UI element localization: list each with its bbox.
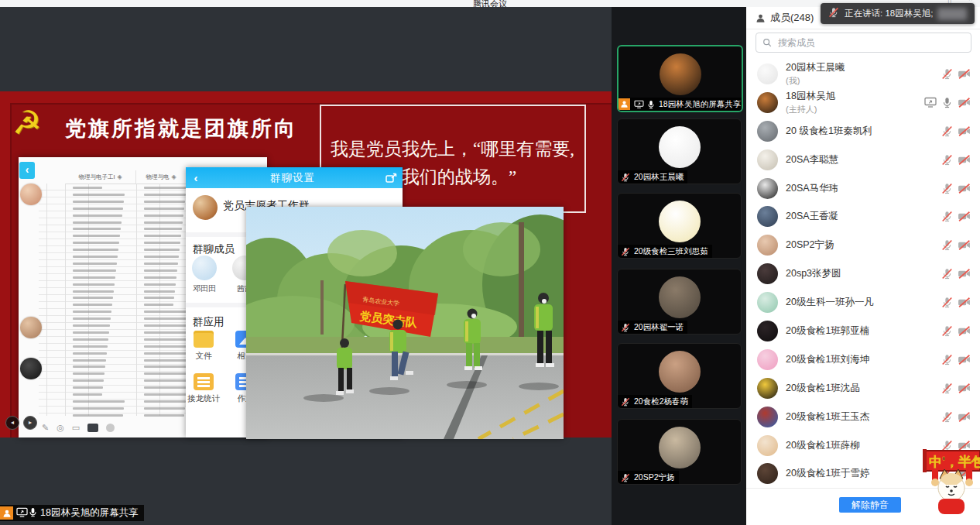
avatar (757, 407, 778, 427)
avatar[interactable] (192, 256, 217, 280)
member-row[interactable]: 20级食检1班刘海坤 (746, 345, 980, 374)
mic-off-icon (621, 173, 630, 182)
mic-off-icon (621, 473, 630, 482)
avatar (757, 92, 778, 113)
screen-share-icon (634, 100, 644, 108)
share-status-text: 18园林吴旭的屏幕共享 (40, 506, 138, 520)
avatar (757, 435, 778, 456)
mic-icon (646, 100, 656, 109)
sticker-banner-text: 中'，半包 (929, 455, 980, 469)
card-icon[interactable]: ▭ (72, 423, 80, 433)
member-row[interactable]: 20级食检1班郭亚楠 (746, 317, 980, 345)
relay-icon[interactable] (194, 373, 214, 390)
camera-off-icon (958, 211, 971, 222)
member-row[interactable]: 20 级食检1班秦凯利 (746, 117, 980, 146)
member-row[interactable]: 20SA李聪慧 (746, 146, 980, 174)
mic-off-icon (941, 383, 953, 394)
annotate-next-button[interactable]: ▸ (23, 416, 37, 430)
mic-off-icon (621, 397, 630, 407)
video-tile[interactable]: 20园林翟一诺 (617, 269, 742, 335)
mic-off-icon (941, 125, 953, 137)
member-row[interactable]: 20sp3张梦圆 (746, 259, 980, 288)
member-row[interactable]: 20级食检1班沈晶 (746, 374, 980, 403)
pencil-icon[interactable]: ✎ (42, 423, 49, 433)
unmute-button[interactable]: 解除静音 (839, 497, 901, 513)
app-label: 文件 (186, 351, 221, 362)
camera-off-icon (958, 239, 971, 251)
slide-title: 党旗所指就是团旗所向 (65, 115, 297, 142)
tile-label: 20园林翟一诺 (618, 321, 687, 334)
member-name: 20SP2宁扬 (786, 238, 941, 252)
camera-off-icon (958, 68, 971, 80)
tile-name: 20园林翟一诺 (634, 322, 684, 333)
target-icon[interactable]: ◎ (57, 423, 64, 433)
member-row[interactable]: 20SP2宁扬 (746, 231, 980, 259)
video-tile[interactable]: 20园林王晨曦 (617, 118, 742, 184)
member-row[interactable]: 20级生科一班孙一凡 (746, 288, 980, 317)
members-icon (756, 13, 766, 23)
video-tile[interactable]: 18园林吴旭的屏幕共享 (617, 45, 743, 112)
mic-off-icon (941, 183, 953, 194)
back-button[interactable]: ‹ (19, 162, 35, 179)
avatar (659, 126, 701, 168)
qq-window-header: ‹ 群聊设置 (186, 167, 403, 188)
camera-off-icon (958, 268, 971, 280)
mic-off-icon (621, 323, 630, 332)
member-list: 20园林王晨曦(我)18园林吴旭(主持人)20 级食检1班秦凯利20SA李聪慧2… (746, 60, 980, 489)
avatar (757, 149, 778, 170)
blurred-name-artifact (937, 8, 967, 20)
avatar (20, 184, 42, 205)
video-thumbnail-strip: 18园林吴旭的屏幕共享20园林王晨曦20级食检三班刘思茹20园林翟一诺20食检2… (612, 7, 745, 525)
annotate-prev-button[interactable]: ◂ (5, 416, 19, 430)
member-badge-icon (618, 98, 630, 110)
avatar (660, 53, 701, 95)
avatar (757, 206, 778, 227)
mic-off-icon (621, 247, 630, 256)
video-tile[interactable]: 20级食检三班刘思茹 (617, 193, 742, 259)
screen-share-stage: ☭ 党旗所指就是团旗所向 我是党员我先上，“哪里有需要, 哪里就是我们的战场。”… (0, 7, 612, 525)
video-tile[interactable]: 20SP2宁扬 (617, 419, 742, 485)
screen-share-icon (16, 506, 28, 520)
avatar (757, 178, 778, 199)
tile-name: 20SP2宁扬 (634, 472, 675, 483)
tile-name: 20级食检三班刘思茹 (634, 246, 708, 257)
member-name: 20级食检1班王玉杰 (786, 410, 941, 424)
member-row[interactable]: 20园林王晨曦(我) (746, 60, 980, 88)
avatar (757, 63, 778, 84)
back-icon[interactable]: ‹ (186, 171, 206, 184)
chat-bubble-icon[interactable] (87, 424, 98, 432)
camera-off-icon (958, 325, 971, 337)
group-avatar (193, 195, 218, 220)
tile-label: 20园林王晨曦 (618, 170, 687, 184)
camera-off-icon (958, 383, 971, 394)
member-search-box[interactable] (756, 33, 971, 53)
mic-off-icon (941, 297, 953, 308)
mic-off-icon (941, 239, 953, 251)
column-header: 物理与电子工I◈ (65, 170, 136, 184)
member-role: (主持人) (786, 104, 924, 115)
avatar (757, 121, 778, 142)
folder-icon[interactable] (194, 331, 214, 348)
tile-name: 20园林王晨曦 (634, 172, 684, 183)
member-search-input[interactable] (776, 36, 971, 49)
member-name: 20级食检1班郭亚楠 (786, 324, 941, 338)
video-tile[interactable]: 20食检2杨春萌 (617, 343, 742, 409)
mic-off-icon (828, 7, 839, 21)
member-row[interactable]: 20SA王香凝 (746, 202, 980, 231)
app-label: 接龙统计 (186, 393, 221, 404)
camera-off-icon (958, 297, 971, 308)
member-row[interactable]: 18园林吴旭(主持人) (746, 88, 980, 117)
member-row[interactable]: 20级食检1班王玉杰 (746, 403, 980, 431)
members-title: 成员(248) (770, 11, 814, 25)
member-name: 20 级食检1班秦凯利 (786, 125, 941, 138)
party-emblem-icon: ☭ (12, 107, 42, 139)
group-apps-label: 群应用 (193, 315, 224, 329)
member-name: 邓田田 (189, 283, 220, 294)
avatar (757, 263, 778, 284)
share-icon[interactable] (379, 173, 403, 184)
member-row[interactable]: 20SA马华玮 (746, 174, 980, 203)
mic-off-icon (941, 211, 953, 222)
avatar (757, 378, 778, 399)
more-icon[interactable] (106, 424, 115, 432)
camera-off-icon (958, 125, 971, 137)
